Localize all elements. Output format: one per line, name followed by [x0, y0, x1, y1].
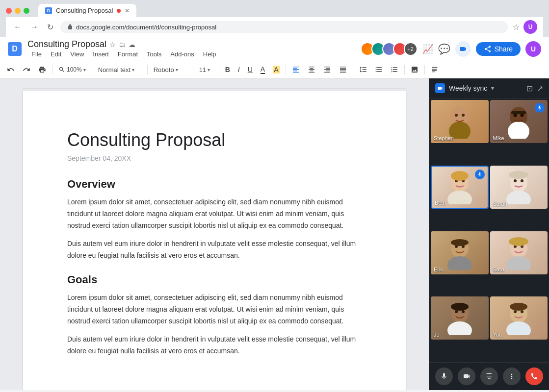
undo-btn[interactable]	[4, 64, 18, 75]
mic-toggle-btn[interactable]	[435, 368, 453, 385]
menu-insert[interactable]: Insert	[89, 49, 113, 59]
participant-mic-mike	[535, 103, 545, 113]
close-window-btn[interactable]	[6, 8, 12, 14]
menu-help[interactable]: Help	[199, 49, 220, 59]
browser-nav: ← → ↻ docs.google.com/document/d/consult…	[6, 17, 543, 37]
menu-view[interactable]: View	[66, 49, 88, 59]
undo-icon	[7, 66, 15, 74]
align-center-icon	[308, 66, 315, 74]
redo-btn[interactable]	[20, 64, 33, 75]
meet-tile-you: You	[490, 296, 548, 340]
star-doc-icon[interactable]: ☆	[109, 41, 116, 49]
ruler	[23, 88, 406, 89]
end-call-btn[interactable]	[525, 368, 543, 385]
bullets-btn[interactable]	[372, 64, 386, 75]
meet-btn[interactable]	[455, 41, 471, 57]
meet-controls	[429, 362, 549, 390]
style-select[interactable]: Normal text ▾	[95, 64, 144, 75]
zoom-select[interactable]: 100% ▾	[55, 64, 89, 75]
meet-tile-sara: Sara	[490, 231, 548, 274]
doc-area[interactable]: Consulting Proposal September 04, 20XX O…	[0, 78, 429, 390]
collaborator-avatars: +2	[361, 42, 418, 56]
tab-close-btn[interactable]: ✕	[125, 7, 130, 14]
font-size-select[interactable]: 11 ▾	[196, 64, 216, 75]
browser-profile-avatar[interactable]: U	[523, 20, 537, 34]
toolbar-sep-6	[286, 65, 286, 74]
camera-icon	[463, 372, 471, 380]
menu-addons[interactable]: Add-ons	[166, 49, 198, 59]
size-chevron: ▾	[208, 67, 210, 73]
paint-format-btn[interactable]	[428, 64, 442, 75]
highlight-label: A	[273, 66, 279, 74]
align-left-btn[interactable]	[289, 64, 303, 75]
align-right-btn[interactable]	[320, 64, 334, 75]
insert-image-btn[interactable]	[408, 64, 421, 75]
refresh-btn[interactable]: ↻	[45, 22, 55, 33]
present-btn[interactable]	[480, 368, 498, 385]
font-select[interactable]: Roboto ▾	[151, 64, 190, 75]
meet-header: Weekly sync ▾ ⊡ ↗	[429, 78, 549, 98]
svg-point-15	[506, 191, 531, 204]
participant-name-you: You	[493, 332, 502, 338]
participant-name-sarah: Sarah	[493, 201, 507, 207]
meet-pip-btn[interactable]: ⊡	[526, 84, 533, 93]
tab-favicon: D	[45, 7, 52, 14]
face-svg-erik	[445, 236, 474, 270]
menu-format[interactable]: Format	[114, 49, 142, 59]
browser-tab[interactable]: D Consulting Proposal ✕	[38, 4, 136, 17]
redo-icon	[23, 66, 30, 74]
maximize-window-btn[interactable]	[24, 8, 29, 14]
chat-icon[interactable]: 💬	[438, 43, 450, 55]
font-label: Roboto	[154, 66, 174, 74]
bookmark-icon[interactable]: ☆	[513, 23, 520, 32]
more-icon	[508, 372, 516, 380]
zoom-chevron: ▾	[83, 67, 86, 73]
back-btn[interactable]: ←	[12, 22, 24, 32]
font-size-label: 11	[199, 66, 206, 74]
forward-btn[interactable]: →	[28, 22, 40, 32]
meet-tile-mike: Mike	[490, 100, 548, 143]
meet-tile-stephen: Stephen	[431, 100, 489, 143]
svg-point-32	[462, 310, 465, 313]
face-svg-sarah	[504, 170, 533, 204]
meet-tile-erik: Erik	[431, 231, 489, 274]
menu-file[interactable]: File	[27, 49, 46, 59]
gdocs-header: D Consulting Proposal ☆ 🗂 ☁ File Edit Vi…	[0, 37, 549, 61]
collab-avatar-more[interactable]: +2	[404, 42, 418, 56]
meet-expand-icon[interactable]: ▾	[491, 85, 494, 92]
meet-popout-btn[interactable]: ↗	[537, 84, 543, 93]
zoom-level: 100%	[67, 66, 82, 73]
italic-btn[interactable]: I	[235, 64, 243, 75]
camera-toggle-btn[interactable]	[458, 368, 475, 385]
align-left-icon	[292, 66, 300, 74]
trending-icon[interactable]: 📈	[422, 44, 433, 54]
insert-image-icon	[411, 66, 418, 74]
menu-tools[interactable]: Tools	[143, 49, 165, 59]
user-avatar[interactable]: U	[525, 41, 541, 57]
window-controls	[6, 8, 29, 14]
menu-edit[interactable]: Edit	[47, 49, 65, 59]
bold-btn[interactable]: B	[222, 64, 233, 75]
text-color-btn[interactable]: A	[258, 63, 268, 76]
highlight-btn[interactable]: A	[270, 64, 282, 75]
section-heading-1: Goals	[67, 273, 362, 286]
underline-btn[interactable]: U	[245, 64, 256, 75]
align-center-btn[interactable]	[305, 64, 318, 75]
cloud-icon[interactable]: ☁	[129, 41, 135, 49]
share-button[interactable]: Share	[476, 42, 521, 56]
zoom-icon	[58, 66, 65, 73]
numbering-btn[interactable]	[388, 64, 401, 75]
align-justify-btn[interactable]	[336, 64, 350, 75]
print-btn[interactable]	[35, 64, 49, 75]
doc-page[interactable]: Consulting Proposal September 04, 20XX O…	[23, 91, 406, 390]
folder-icon[interactable]: 🗂	[119, 41, 126, 49]
font-chevron: ▾	[176, 67, 178, 73]
share-icon	[484, 45, 492, 53]
line-spacing-btn[interactable]	[356, 64, 370, 75]
section-para-0-0: Lorem ipsum dolor sit amet, consectetuer…	[67, 196, 362, 231]
address-bar[interactable]: docs.google.com/document/d/consulting-pr…	[60, 21, 508, 33]
more-options-btn[interactable]	[503, 368, 521, 385]
svg-point-10	[447, 191, 472, 204]
minimize-window-btn[interactable]	[15, 8, 21, 14]
doc-title-label: Consulting Proposal	[27, 39, 106, 49]
